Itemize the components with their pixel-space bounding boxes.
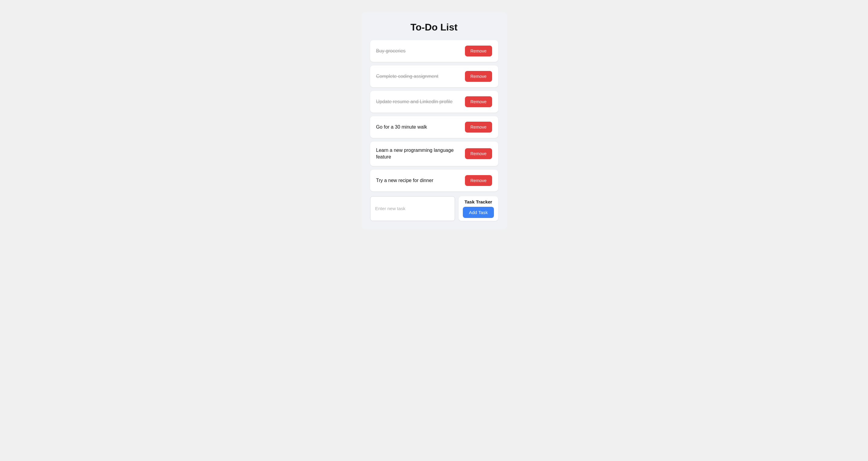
task-text: Learn a new programming language feature xyxy=(376,147,460,161)
remove-task-button[interactable]: Remove xyxy=(465,175,492,186)
add-task-button[interactable]: Add Task xyxy=(463,207,494,218)
task-list: Buy groceriesRemoveComplete coding assig… xyxy=(370,40,498,191)
page-title: To-Do List xyxy=(370,22,498,33)
remove-task-button[interactable]: Remove xyxy=(465,71,492,82)
new-task-input[interactable] xyxy=(370,196,455,221)
add-section: Task Tracker Add Task xyxy=(459,196,498,221)
task-text: Buy groceries xyxy=(376,48,460,54)
task-item: Buy groceriesRemove xyxy=(370,40,498,62)
task-item: Update resume and LinkedIn profileRemove xyxy=(370,91,498,113)
task-text: Try a new recipe for dinner xyxy=(376,177,460,184)
remove-task-button[interactable]: Remove xyxy=(465,96,492,107)
remove-task-button[interactable]: Remove xyxy=(465,45,492,57)
task-item: Go for a 30 minute walkRemove xyxy=(370,116,498,138)
task-text: Update resume and LinkedIn profile xyxy=(376,98,460,105)
task-text: Complete coding assignment xyxy=(376,73,460,80)
app-container: To-Do List Buy groceriesRemoveComplete c… xyxy=(362,12,506,229)
task-item: Complete coding assignmentRemove xyxy=(370,65,498,87)
task-text: Go for a 30 minute walk xyxy=(376,124,460,130)
bottom-section: Task Tracker Add Task xyxy=(370,196,498,221)
task-item: Try a new recipe for dinnerRemove xyxy=(370,170,498,191)
task-item: Learn a new programming language feature… xyxy=(370,142,498,166)
tracker-label: Task Tracker xyxy=(465,199,492,205)
remove-task-button[interactable]: Remove xyxy=(465,122,492,132)
remove-task-button[interactable]: Remove xyxy=(465,148,492,159)
